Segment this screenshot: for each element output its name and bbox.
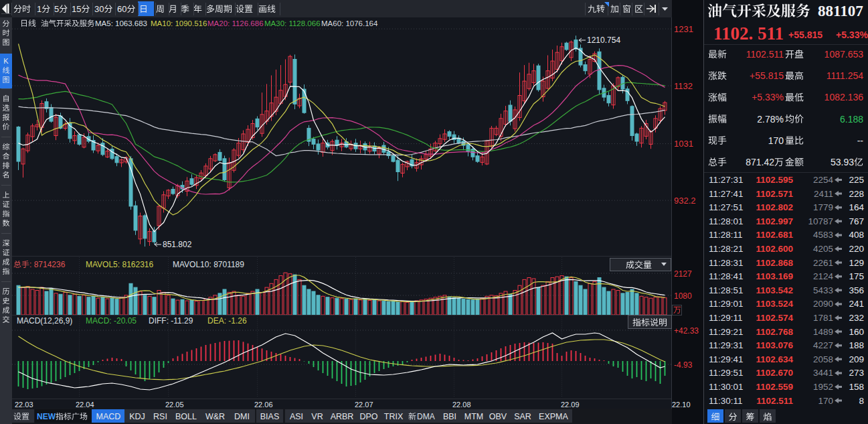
svg-text:11:29:01: 11:29:01 <box>709 299 744 309</box>
svg-text:10787: 10787 <box>808 216 833 226</box>
svg-text:MA20: 1126.686: MA20: 1126.686 <box>207 19 264 27</box>
svg-text:175: 175 <box>849 271 864 281</box>
svg-text:164: 164 <box>849 202 864 212</box>
svg-text:MA5: 1063.683: MA5: 1063.683 <box>95 19 147 27</box>
svg-text:1102.595: 1102.595 <box>756 175 793 185</box>
svg-text:+42.33: +42.33 <box>674 326 699 336</box>
svg-text:OBV: OBV <box>489 412 507 421</box>
svg-text:1102.768: 1102.768 <box>756 327 793 337</box>
svg-text:1102.802: 1102.802 <box>756 202 793 212</box>
svg-text:11:29:11: 11:29:11 <box>709 313 743 323</box>
svg-text:1102.571: 1102.571 <box>756 189 793 199</box>
svg-text:170: 170 <box>768 135 784 146</box>
svg-text:1103.524: 1103.524 <box>756 299 793 309</box>
svg-text:1781: 1781 <box>813 313 833 323</box>
svg-text:5: 5 <box>54 4 59 14</box>
svg-text:KDJ: KDJ <box>129 412 145 421</box>
svg-text:5433: 5433 <box>813 285 833 295</box>
svg-text:22.09: 22.09 <box>561 401 580 409</box>
svg-text:2127: 2127 <box>674 269 692 279</box>
svg-text:408: 408 <box>849 230 864 240</box>
svg-text:6: 6 <box>117 4 122 14</box>
svg-text:11:27:41: 11:27:41 <box>709 189 744 199</box>
svg-text:2261: 2261 <box>813 258 833 268</box>
svg-text:BBI: BBI <box>443 412 456 421</box>
svg-text:1102.670: 1102.670 <box>756 368 793 378</box>
svg-text:1031: 1031 <box>674 139 693 149</box>
svg-text:11:30:11: 11:30:11 <box>709 396 743 406</box>
svg-text:1: 1 <box>72 4 76 14</box>
svg-text:767: 767 <box>849 216 864 226</box>
svg-text:MA60: 1076.164: MA60: 1076.164 <box>321 19 378 27</box>
svg-text:11:30:01: 11:30:01 <box>709 382 744 392</box>
svg-text:8: 8 <box>859 396 864 406</box>
svg-text:881107: 881107 <box>818 3 863 19</box>
svg-text:11:27:51: 11:27:51 <box>709 202 744 212</box>
svg-text:DPO: DPO <box>359 412 377 421</box>
svg-text:MA10: 1090.516: MA10: 1090.516 <box>151 19 207 27</box>
svg-text:11:28:31: 11:28:31 <box>709 258 744 268</box>
svg-text:2090: 2090 <box>813 299 833 309</box>
svg-text:BOLL: BOLL <box>175 412 197 421</box>
svg-text:220: 220 <box>849 244 864 254</box>
svg-text:4583: 4583 <box>813 230 833 240</box>
svg-text:2058: 2058 <box>813 354 833 364</box>
svg-text:851.802: 851.802 <box>163 240 192 249</box>
svg-text:5: 5 <box>76 4 81 14</box>
svg-text:DMI: DMI <box>234 412 250 421</box>
svg-text:11:28:21: 11:28:21 <box>709 244 744 254</box>
svg-text:11:27:31: 11:27:31 <box>709 175 744 185</box>
svg-text:MACD: -20.05: MACD: -20.05 <box>86 316 137 326</box>
svg-text:1102.511: 1102.511 <box>756 396 793 406</box>
svg-text:1103.542: 1103.542 <box>756 285 793 295</box>
svg-text:1102.559: 1102.559 <box>756 382 793 392</box>
svg-text:3441: 3441 <box>813 368 833 378</box>
svg-text:228: 228 <box>849 189 864 199</box>
svg-text:1132: 1132 <box>674 81 693 91</box>
svg-text:53.93: 53.93 <box>831 157 854 167</box>
svg-text:MACD: MACD <box>96 412 121 421</box>
svg-text:11:28:41: 11:28:41 <box>709 271 744 281</box>
svg-text:EXPMA: EXPMA <box>539 412 568 421</box>
svg-text:11:29:41: 11:29:41 <box>709 354 744 364</box>
svg-text:1082.136: 1082.136 <box>824 92 864 102</box>
svg-text:1952: 1952 <box>813 382 833 392</box>
svg-text:MAVOL10: 8701189: MAVOL10: 8701189 <box>173 260 244 269</box>
svg-text:MACD(12,26,9): MACD(12,26,9) <box>17 316 72 326</box>
svg-text:188: 188 <box>849 340 864 350</box>
svg-text:1489: 1489 <box>813 327 833 337</box>
svg-text:22.08: 22.08 <box>452 401 471 409</box>
svg-text:1102.600: 1102.600 <box>756 244 793 254</box>
svg-text:DIFF: -11.29: DIFF: -11.29 <box>149 316 193 326</box>
svg-text:MA30: 1128.066: MA30: 1128.066 <box>264 19 321 27</box>
svg-text:11:28:51: 11:28:51 <box>709 285 744 295</box>
svg-text:W&R: W&R <box>205 412 225 421</box>
svg-text:2.78%: 2.78% <box>757 114 784 125</box>
svg-text:2254: 2254 <box>813 175 834 185</box>
svg-text:BIAS: BIAS <box>260 412 280 421</box>
svg-text:NEW: NEW <box>37 412 56 421</box>
svg-text:241: 241 <box>849 299 864 309</box>
svg-text:+5.33%: +5.33% <box>752 92 784 102</box>
svg-text:1102.511: 1102.511 <box>746 49 784 60</box>
svg-text:356: 356 <box>849 285 864 295</box>
svg-text:209: 209 <box>849 354 864 364</box>
svg-text:158: 158 <box>849 382 864 392</box>
svg-text:11:28:11: 11:28:11 <box>709 230 743 240</box>
svg-text:3: 3 <box>94 4 99 14</box>
svg-text:22.07: 22.07 <box>355 401 373 409</box>
svg-text:22.04: 22.04 <box>76 401 94 409</box>
svg-text:932.2: 932.2 <box>674 196 696 206</box>
svg-text:1103.076: 1103.076 <box>756 340 793 350</box>
svg-text:K: K <box>3 57 9 65</box>
svg-text:1102. 511: 1102. 511 <box>713 23 784 44</box>
svg-text:1102.681: 1102.681 <box>756 230 793 240</box>
svg-text:0: 0 <box>122 4 126 14</box>
svg-text:2124: 2124 <box>813 271 834 281</box>
svg-text:170: 170 <box>818 396 833 406</box>
svg-text:160: 160 <box>849 327 864 337</box>
svg-text:6.188: 6.188 <box>840 114 863 125</box>
svg-text:1080: 1080 <box>674 291 692 301</box>
svg-text:225: 225 <box>849 175 864 185</box>
svg-text:1103.169: 1103.169 <box>756 271 793 281</box>
